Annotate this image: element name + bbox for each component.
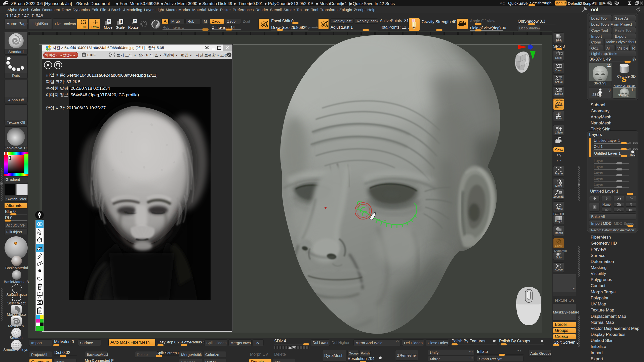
svg-text:x1: x1 [559, 77, 562, 79]
svg-text:S: S [266, 25, 268, 28]
svg-text:M: M [108, 20, 110, 23]
svg-text:S: S [120, 20, 122, 23]
svg-text:S: S [622, 75, 626, 83]
svg-text:D: D [326, 25, 328, 28]
svg-text:⃞□⃞: ⃞□⃞ [556, 112, 560, 115]
svg-text:R: R [134, 20, 136, 23]
svg-text:REC: REC [630, 153, 635, 156]
